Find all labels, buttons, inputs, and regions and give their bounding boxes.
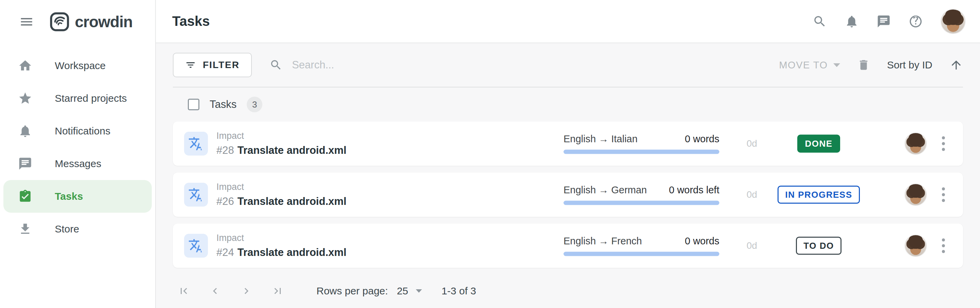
help-icon[interactable] [908, 14, 923, 29]
task-words: 0 words [685, 236, 719, 247]
next-page-button[interactable] [240, 285, 253, 297]
task-language-pair: English → German [563, 185, 647, 196]
toolbar: FILTER MOVE TO Sort by ID [173, 43, 963, 87]
trash-icon [857, 59, 870, 72]
messages-chat-icon[interactable] [877, 14, 891, 29]
assignee-avatar [904, 235, 927, 257]
task-id: #28 [216, 144, 234, 156]
progress-bar [563, 201, 719, 205]
status-badge: DONE [797, 135, 840, 153]
notifications-bell-icon[interactable] [845, 14, 859, 29]
last-page-button[interactable] [272, 285, 284, 297]
kebab-menu-icon[interactable] [939, 185, 948, 205]
search-input[interactable] [292, 59, 530, 71]
task-id: #24 [216, 246, 234, 258]
sidebar-item-label: Messages [55, 158, 102, 169]
filter-button-label: FILTER [203, 59, 240, 70]
delete-button[interactable] [857, 59, 870, 72]
main-content: FILTER MOVE TO Sort by ID Tasks 3 [156, 43, 980, 308]
task-text: Impact #28Translate android.xml [216, 131, 347, 156]
sidebar: crowdin Workspace Starred projects Notif… [0, 0, 156, 308]
search-icon[interactable] [813, 14, 827, 29]
kebab-menu-icon[interactable] [939, 236, 948, 256]
first-page-button[interactable] [178, 285, 190, 297]
sidebar-item-label: Starred projects [55, 93, 127, 104]
translate-icon [184, 132, 208, 156]
task-title: Translate android.xml [237, 246, 347, 258]
list-header: Tasks 3 [173, 88, 963, 121]
assignee-avatar [904, 184, 927, 206]
sidebar-item-label: Workspace [55, 60, 106, 72]
task-due: 0d [746, 240, 757, 251]
sidebar-item-starred-projects[interactable]: Starred projects [0, 82, 155, 115]
sidebar-item-workspace[interactable]: Workspace [0, 49, 155, 82]
progress-fill [563, 150, 719, 154]
tasks-icon [18, 189, 32, 204]
task-row[interactable]: Impact #26Translate android.xml English … [173, 172, 963, 217]
move-to-button[interactable]: MOVE TO [779, 59, 840, 71]
task-title: Translate android.xml [237, 144, 347, 156]
page-range-label: 1-3 of 3 [442, 285, 476, 297]
sidebar-item-tasks[interactable]: Tasks [3, 180, 152, 213]
chevron-right-icon [240, 285, 253, 297]
assignee-avatar [904, 132, 927, 155]
sidebar-item-store[interactable]: Store [0, 213, 155, 246]
last-page-icon [272, 285, 284, 297]
crowdin-logo-mark-icon [50, 12, 69, 32]
progress-fill [563, 252, 719, 256]
sidebar-item-label: Notifications [55, 125, 110, 137]
task-words: 0 words [685, 133, 719, 145]
search-icon [269, 59, 282, 72]
message-icon [18, 156, 32, 171]
menu-icon[interactable] [19, 14, 34, 29]
sidebar-item-notifications[interactable]: Notifications [0, 115, 155, 147]
task-language-pair: English → Italian [563, 133, 638, 145]
crowdin-logo[interactable]: crowdin [50, 12, 132, 32]
star-icon [18, 91, 32, 105]
rows-per-page-select[interactable]: 25 [397, 285, 422, 297]
previous-page-button[interactable] [209, 285, 221, 297]
bell-icon [18, 124, 32, 138]
translate-icon [184, 183, 208, 207]
task-row[interactable]: Impact #24Translate android.xml English … [173, 223, 963, 268]
chevron-down-icon [416, 289, 422, 293]
task-due: 0d [746, 189, 757, 200]
pagination: Rows per page: 25 1-3 of 3 [173, 274, 963, 307]
chevron-down-icon [833, 63, 840, 67]
sidebar-item-label: Tasks [55, 191, 83, 202]
task-list: Impact #28Translate android.xml English … [173, 121, 963, 268]
sidebar-nav: Workspace Starred projects Notifications… [0, 43, 155, 246]
list-title: Tasks [210, 98, 237, 111]
page-title: Tasks [172, 14, 210, 29]
task-text: Impact #24Translate android.xml [216, 233, 347, 259]
kebab-menu-icon[interactable] [939, 134, 948, 154]
crowdin-wordmark: crowdin [75, 13, 132, 31]
chevron-left-icon [209, 285, 221, 297]
filter-icon [185, 59, 196, 70]
sidebar-header: crowdin [0, 0, 155, 43]
filter-button[interactable]: FILTER [173, 53, 252, 77]
progress-bar [563, 150, 719, 154]
status-badge: IN PROGRESS [778, 186, 859, 204]
progress-fill [563, 201, 719, 205]
sort-direction-button[interactable] [950, 58, 963, 72]
task-title: Translate android.xml [237, 195, 347, 207]
translate-icon [184, 234, 208, 258]
sort-by-button[interactable]: Sort by ID [887, 59, 932, 71]
arrow-up-icon [950, 58, 963, 72]
task-project: Impact [216, 233, 347, 243]
status-badge: TO DO [796, 237, 841, 255]
task-project: Impact [216, 131, 347, 141]
first-page-icon [178, 285, 190, 297]
task-text: Impact #26Translate android.xml [216, 182, 347, 207]
home-icon [18, 59, 32, 73]
task-progress-block: English → German 0 words left [563, 185, 719, 205]
download-icon [18, 222, 32, 236]
toolbar-right: MOVE TO Sort by ID [779, 58, 963, 72]
search-box [269, 59, 779, 72]
app-header: Tasks [156, 0, 980, 43]
sidebar-item-messages[interactable]: Messages [0, 147, 155, 180]
user-avatar[interactable] [940, 9, 966, 34]
task-row[interactable]: Impact #28Translate android.xml English … [173, 121, 963, 166]
select-all-checkbox[interactable] [188, 99, 199, 110]
